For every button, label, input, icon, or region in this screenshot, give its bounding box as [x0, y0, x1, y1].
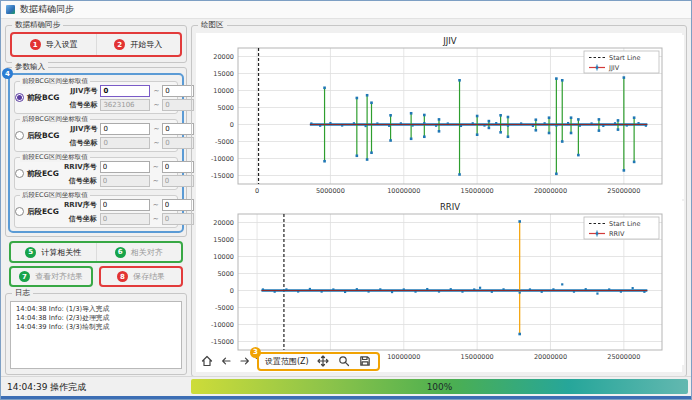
- rriv-index-label: RRIV序号: [59, 162, 97, 172]
- log-line: 14:04:38 Info: (2/3)处理完成: [16, 314, 176, 323]
- rear-ecg-radio[interactable]: [15, 207, 24, 216]
- signal-coord-from-input: [100, 213, 150, 225]
- svg-text:JJIV: JJIV: [442, 36, 457, 46]
- signal-coord-to-input: [162, 137, 194, 149]
- svg-text:-10000: -10000: [211, 155, 234, 163]
- front-bcg-section: 前段BCG区间坐标取值 前段BCG JJIV序号 ~ 信号坐标: [14, 81, 178, 114]
- jjiv-index-from-input[interactable]: [100, 85, 150, 97]
- log-group: 日志 14:04:38 Info: (1/3)导入完成 14:04:38 Inf…: [5, 293, 187, 375]
- svg-text:RRIV: RRIV: [609, 230, 625, 238]
- svg-text:20000: 20000: [213, 53, 234, 61]
- app-window: 数据精确同步 数据精确同步 1 导入设置 2 开始导入 参数输入 4 前段BCG…: [0, 0, 692, 400]
- rriv-index-label: RRIV序号: [59, 200, 97, 210]
- svg-text:20000000: 20000000: [534, 353, 567, 361]
- step-badge-7: 7: [19, 271, 30, 282]
- home-icon[interactable]: [200, 354, 214, 368]
- front-ecg-radio[interactable]: [15, 169, 24, 178]
- status-text: 14:04:39 操作完成: [7, 381, 86, 394]
- save-result-box: 8 保存结果: [99, 266, 183, 287]
- forward-arrow-icon[interactable]: [238, 354, 252, 368]
- corr-button-pair: 5 计算相关性 6 相关对齐: [9, 241, 183, 263]
- status-bar: 14:04:39 操作完成 100%: [1, 376, 691, 396]
- window-title: 数据精确同步: [20, 3, 74, 16]
- step-badge-4: 4: [2, 68, 13, 79]
- svg-text:25000000: 25000000: [607, 187, 640, 195]
- rear-bcg-radio-label: 后段BCG: [27, 131, 59, 141]
- rriv-index-to-input[interactable]: [162, 161, 194, 173]
- svg-text:15000000: 15000000: [461, 353, 494, 361]
- svg-text:25000000: 25000000: [607, 353, 640, 361]
- import-settings-label: 导入设置: [46, 39, 78, 50]
- front-bcg-radio-label: 前段BCG: [27, 93, 59, 103]
- jjiv-chart[interactable]: 0500000010000000150000002000000025000000…: [198, 35, 684, 199]
- signal-coord-from-input: [100, 175, 150, 187]
- progress-percent: 100%: [427, 382, 453, 392]
- svg-text:20000000: 20000000: [534, 187, 567, 195]
- calc-correlation-button[interactable]: 5 计算相关性: [11, 243, 96, 261]
- signal-coord-from-input: [100, 99, 150, 111]
- set-range-annotation-box: 3 设置范围(Z): [257, 352, 380, 371]
- view-result-box: 7 查看对齐结果: [9, 266, 93, 287]
- log-line: 14:04:38 Info: (1/3)导入完成: [16, 305, 176, 314]
- sync-group: 数据精确同步 1 导入设置 2 开始导入: [5, 25, 187, 63]
- svg-text:5000: 5000: [217, 270, 234, 278]
- save-result-label: 保存结果: [133, 271, 165, 282]
- jjiv-index-label: JJIV序号: [59, 124, 97, 134]
- rriv-index-to-input[interactable]: [162, 199, 194, 211]
- params-group: 参数输入 4 前段BCG区间坐标取值 前段BCG JJIV序号 ~: [5, 67, 187, 237]
- log-textarea[interactable]: 14:04:38 Info: (1/3)导入完成 14:04:38 Info: …: [10, 301, 182, 369]
- rriv-index-from-input[interactable]: [100, 199, 150, 211]
- jjiv-index-to-input[interactable]: [162, 85, 194, 97]
- signal-coord-to-input: [162, 175, 194, 187]
- svg-text:20000: 20000: [213, 219, 234, 227]
- title-bar: 数据精确同步: [1, 1, 691, 19]
- jjiv-index-to-input[interactable]: [162, 123, 194, 135]
- import-button-pair: 1 导入设置 2 开始导入: [10, 32, 182, 57]
- correlation-align-label: 相关对齐: [131, 247, 163, 258]
- params-group-label: 参数输入: [12, 62, 48, 72]
- rriv-index-from-input[interactable]: [100, 161, 150, 173]
- tilde-separator: ~: [153, 201, 159, 209]
- params-annotation-box: 4 前段BCG区间坐标取值 前段BCG JJIV序号 ~ 信号坐标: [8, 73, 184, 233]
- rear-bcg-radio[interactable]: [15, 131, 24, 140]
- start-import-button[interactable]: 2 开始导入: [96, 34, 181, 55]
- tilde-separator: ~: [153, 101, 159, 109]
- tilde-separator: ~: [153, 87, 159, 95]
- save-icon[interactable]: [358, 354, 372, 368]
- save-result-button[interactable]: 8 保存结果: [101, 268, 181, 285]
- svg-text:-5000: -5000: [215, 304, 234, 312]
- front-bcg-section-label: 前段BCG区间坐标取值: [20, 77, 90, 86]
- import-settings-button[interactable]: 1 导入设置: [12, 34, 96, 55]
- step-badge-3: 3: [250, 347, 261, 358]
- signal-coord-label: 信号坐标: [59, 176, 97, 186]
- signal-coord-label: 信号坐标: [59, 138, 97, 148]
- tilde-separator: ~: [153, 215, 159, 223]
- svg-text:0: 0: [255, 187, 259, 195]
- rear-bcg-section-label: 后段BCG区间坐标取值: [20, 115, 90, 124]
- rriv-chart[interactable]: 0500000010000000150000002000000025000000…: [198, 201, 684, 365]
- zoom-icon[interactable]: [337, 354, 351, 368]
- svg-text:-15000: -15000: [211, 172, 234, 180]
- signal-coord-label: 信号坐标: [59, 214, 97, 224]
- start-import-label: 开始导入: [130, 39, 162, 50]
- view-align-result-button[interactable]: 7 查看对齐结果: [11, 268, 91, 285]
- rear-ecg-section: 后段ECG区间坐标取值 后段ECG RRIV序号 ~ 信号坐标: [14, 195, 178, 228]
- svg-text:5000: 5000: [217, 104, 234, 112]
- svg-text:0: 0: [230, 121, 234, 129]
- view-align-result-label: 查看对齐结果: [35, 271, 83, 282]
- front-bcg-radio[interactable]: [15, 93, 24, 102]
- jjiv-index-from-input[interactable]: [100, 123, 150, 135]
- pan-icon[interactable]: [316, 354, 330, 368]
- correlation-align-button[interactable]: 6 相关对齐: [96, 243, 182, 261]
- step-badge-6: 6: [115, 247, 126, 258]
- svg-text:15000: 15000: [213, 236, 234, 244]
- svg-text:-15000: -15000: [211, 338, 234, 346]
- back-arrow-icon[interactable]: [219, 354, 233, 368]
- plot-toolbar: 3 设置范围(Z): [200, 352, 380, 370]
- set-range-button[interactable]: 设置范围(Z): [265, 356, 309, 367]
- svg-text:5000000: 5000000: [316, 187, 345, 195]
- svg-text:-10000: -10000: [211, 321, 234, 329]
- tilde-separator: ~: [153, 177, 159, 185]
- svg-text:-5000: -5000: [215, 138, 234, 146]
- front-ecg-section-label: 前段ECG区间坐标取值: [20, 153, 90, 162]
